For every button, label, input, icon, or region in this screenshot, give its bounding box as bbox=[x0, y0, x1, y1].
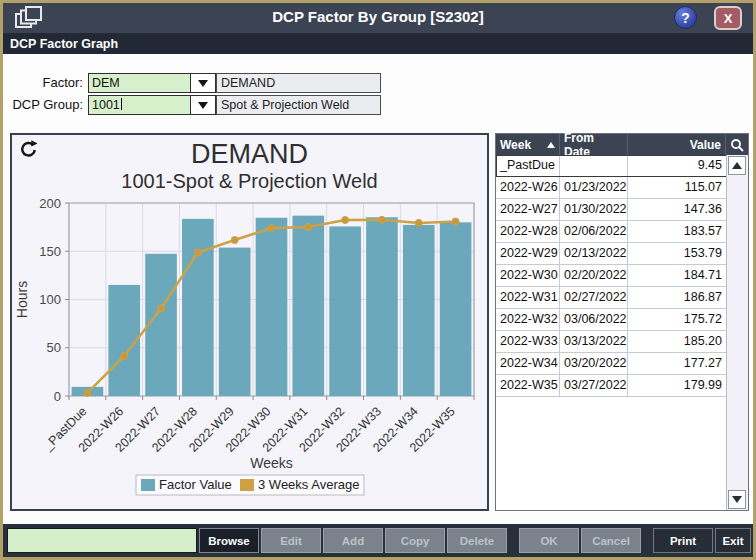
cell-from-date bbox=[560, 155, 628, 177]
chart-subtitle: 1001-Spot & Projection Weld bbox=[12, 169, 487, 193]
column-header-week[interactable]: Week bbox=[496, 134, 560, 155]
svg-text:3 Weeks Average: 3 Weeks Average bbox=[258, 477, 359, 492]
cell-value: 183.57 bbox=[628, 221, 727, 243]
scroll-up-icon[interactable] bbox=[728, 156, 746, 175]
cell-from-date: 02/27/2022 bbox=[560, 287, 628, 309]
sort-asc-icon bbox=[547, 142, 555, 148]
graph-section-bar: DCP Factor Graph bbox=[3, 33, 753, 54]
cell-value: 186.87 bbox=[628, 287, 727, 309]
cell-from-date: 01/30/2022 bbox=[560, 199, 628, 221]
table-row[interactable]: 2022-W3102/27/2022186.87 bbox=[496, 287, 727, 309]
table-header: Week From Date Value bbox=[496, 134, 748, 155]
cell-week: _PastDue bbox=[496, 155, 560, 177]
cell-from-date: 02/20/2022 bbox=[560, 265, 628, 287]
titlebar: DCP Factor By Group [S2302] ? X bbox=[3, 3, 753, 33]
help-icon[interactable]: ? bbox=[674, 6, 697, 29]
refresh-icon[interactable] bbox=[17, 138, 41, 162]
dcp-factor-window: DCP Factor By Group [S2302] ? X DCP Fact… bbox=[0, 0, 756, 560]
cell-value: 147.36 bbox=[628, 199, 727, 221]
svg-text:Factor Value: Factor Value bbox=[159, 477, 232, 492]
button-row: BrowseEditAddCopyDeleteOKCancelPrintExit bbox=[197, 528, 751, 553]
svg-text:50: 50 bbox=[47, 340, 61, 355]
factor-table: Week From Date Value _PastDue9.452022-W2… bbox=[495, 133, 749, 511]
btn-copy: Copy bbox=[385, 528, 445, 553]
column-header-value[interactable]: Value bbox=[628, 134, 726, 155]
dcp-group-code-input[interactable]: 1001 bbox=[88, 95, 191, 115]
factor-label: Factor: bbox=[3, 73, 88, 93]
factor-description-field: DEMAND bbox=[216, 73, 381, 93]
svg-text:100: 100 bbox=[39, 292, 61, 307]
cell-week: 2022-W35 bbox=[496, 375, 560, 397]
cell-week: 2022-W30 bbox=[496, 265, 560, 287]
cell-value: 175.72 bbox=[628, 309, 727, 331]
cell-value: 9.45 bbox=[628, 155, 727, 177]
table-row[interactable]: _PastDue9.45 bbox=[496, 155, 727, 177]
window-title: DCP Factor By Group [S2302] bbox=[3, 8, 753, 25]
dcp-group-dropdown-button[interactable] bbox=[191, 95, 216, 115]
cell-value: 179.99 bbox=[628, 375, 727, 397]
btn-delete: Delete bbox=[447, 528, 507, 553]
table-row[interactable]: 2022-W3403/20/2022177.27 bbox=[496, 353, 727, 375]
column-header-from-date[interactable]: From Date bbox=[560, 134, 628, 155]
cell-from-date: 03/13/2022 bbox=[560, 331, 628, 353]
cell-value: 115.07 bbox=[628, 177, 727, 199]
btn-cancel: Cancel bbox=[581, 528, 641, 553]
cell-week: 2022-W27 bbox=[496, 199, 560, 221]
svg-text:150: 150 bbox=[39, 244, 61, 259]
cell-from-date: 03/06/2022 bbox=[560, 309, 628, 331]
bottom-toolbar: BrowseEditAddCopyDeleteOKCancelPrintExit bbox=[3, 524, 753, 557]
factor-row: Factor: DEM DEMAND bbox=[3, 73, 381, 93]
svg-text:200: 200 bbox=[39, 196, 61, 211]
btn-browse[interactable]: Browse bbox=[199, 528, 259, 553]
status-field[interactable] bbox=[7, 528, 197, 553]
cell-value: 185.20 bbox=[628, 331, 727, 353]
table-row[interactable]: 2022-W3203/06/2022175.72 bbox=[496, 309, 727, 331]
table-body: _PastDue9.452022-W2601/23/2022115.072022… bbox=[496, 155, 727, 397]
table-row[interactable]: 2022-W2701/30/2022147.36 bbox=[496, 199, 727, 221]
graph-section-title: DCP Factor Graph bbox=[10, 37, 118, 51]
chevron-down-icon bbox=[198, 80, 208, 87]
svg-text:Weeks: Weeks bbox=[250, 455, 293, 471]
svg-text:0: 0 bbox=[54, 389, 61, 404]
factor-chart: 050100150200_PastDue2022-W262022-W272022… bbox=[12, 193, 487, 505]
factor-dropdown-button[interactable] bbox=[191, 73, 216, 93]
btn-add: Add bbox=[323, 528, 383, 553]
cell-week: 2022-W32 bbox=[496, 309, 560, 331]
cell-week: 2022-W33 bbox=[496, 331, 560, 353]
cell-week: 2022-W28 bbox=[496, 221, 560, 243]
cell-value: 177.27 bbox=[628, 353, 727, 375]
cell-value: 153.79 bbox=[628, 243, 727, 265]
close-icon[interactable]: X bbox=[714, 6, 742, 30]
cell-from-date: 03/20/2022 bbox=[560, 353, 628, 375]
cell-week: 2022-W26 bbox=[496, 177, 560, 199]
table-scrollbar[interactable] bbox=[726, 155, 748, 510]
cell-week: 2022-W29 bbox=[496, 243, 560, 265]
btn-print[interactable]: Print bbox=[653, 528, 713, 553]
table-row[interactable]: 2022-W3503/27/2022179.99 bbox=[496, 375, 727, 397]
cell-value: 184.71 bbox=[628, 265, 727, 287]
cell-from-date: 03/27/2022 bbox=[560, 375, 628, 397]
table-row[interactable]: 2022-W2802/06/2022183.57 bbox=[496, 221, 727, 243]
text-cursor bbox=[121, 98, 122, 110]
chevron-down-icon bbox=[198, 102, 208, 109]
cell-from-date: 02/13/2022 bbox=[560, 243, 628, 265]
cell-week: 2022-W34 bbox=[496, 353, 560, 375]
btn-ok: OK bbox=[519, 528, 579, 553]
cell-from-date: 02/06/2022 bbox=[560, 221, 628, 243]
cell-week: 2022-W31 bbox=[496, 287, 560, 309]
dcp-group-description-field: Spot & Projection Weld bbox=[216, 95, 381, 115]
dcp-group-row: DCP Group: 1001 Spot & Projection Weld bbox=[3, 95, 381, 115]
btn-edit: Edit bbox=[261, 528, 321, 553]
scroll-down-icon[interactable] bbox=[728, 490, 746, 509]
table-row[interactable]: 2022-W3002/20/2022184.71 bbox=[496, 265, 727, 287]
table-row[interactable]: 2022-W2601/23/2022115.07 bbox=[496, 177, 727, 199]
search-icon[interactable] bbox=[726, 134, 748, 155]
dcp-group-label: DCP Group: bbox=[3, 95, 88, 115]
factor-code-input[interactable]: DEM bbox=[88, 73, 191, 93]
chart-title: DEMAND bbox=[12, 139, 487, 169]
btn-exit[interactable]: Exit bbox=[715, 528, 751, 553]
table-row[interactable]: 2022-W3303/13/2022185.20 bbox=[496, 331, 727, 353]
table-row[interactable]: 2022-W2902/13/2022153.79 bbox=[496, 243, 727, 265]
cell-from-date: 01/23/2022 bbox=[560, 177, 628, 199]
chart-panel: DEMAND 1001-Spot & Projection Weld 05010… bbox=[10, 133, 489, 511]
